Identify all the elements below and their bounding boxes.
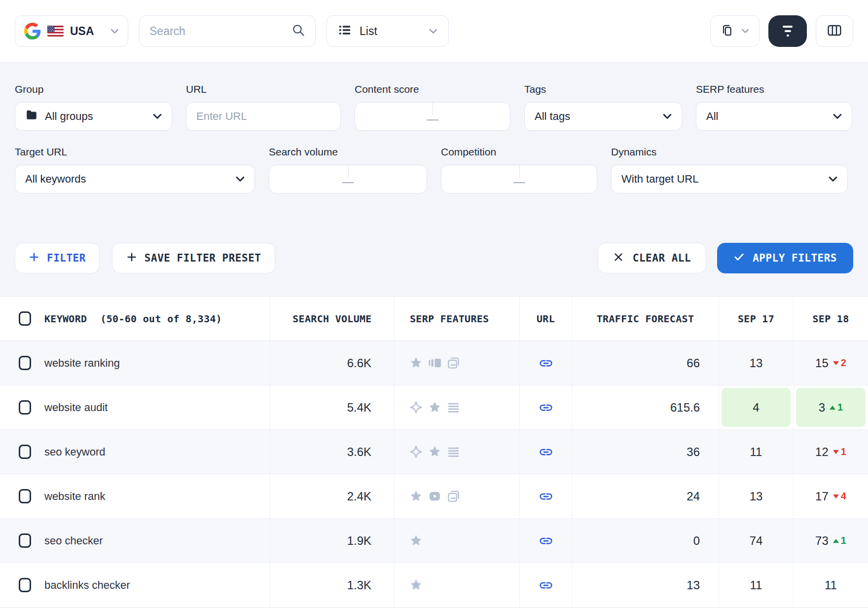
serp-features-cell [395,430,520,474]
link-icon[interactable] [539,489,553,504]
add-filter-button[interactable]: FILTER [15,243,100,273]
filter-tags: Tags All tags [524,83,682,131]
check-icon [733,251,745,265]
search-engine-country-selector[interactable]: USA [15,15,128,47]
target-url-select-value: All keywords [25,173,86,186]
keyword-text: backlinks checker [44,579,130,592]
row-checkbox[interactable] [19,400,31,415]
search-volume-cell: 3.6K [270,430,395,474]
change-value: 1 [841,535,846,546]
tags-label: Tags [524,83,682,96]
traffic-forecast-cell: 24 [572,474,719,518]
position-value: 11 [825,578,837,592]
header-date-sep17: SEP 17 [719,297,794,341]
url-cell [520,563,572,607]
view-selector-label: List [360,25,377,38]
filter-target-url: Target URL All keywords [15,146,255,193]
keyword-count-label: (50-60 out of 8,334) [100,313,222,325]
competition-range[interactable]: — [441,165,597,193]
keywords-table: KEYWORD (50-60 out of 8,334) SEARCH VOLU… [0,296,868,608]
link-icon[interactable] [539,533,553,548]
serp-features-cell [395,474,520,518]
serp-features-cell [395,385,520,429]
dynamics-select[interactable]: With target URL [611,165,848,193]
position-change: 4 [833,491,846,502]
position-sep17-cell: 11 [719,430,794,474]
url-cell [520,341,572,385]
header-traffic-forecast: TRAFFIC FORECAST [572,297,719,341]
chevron-down-icon [833,114,842,119]
select-all-checkbox[interactable] [19,311,31,326]
images-icon [447,356,460,370]
position-value: 13 [750,490,763,503]
manage-columns-button[interactable] [816,15,853,47]
clear-all-button[interactable]: CLEAR ALL [598,243,706,273]
serp-features-label: SERP features [696,83,852,96]
url-input-box[interactable] [186,102,341,131]
columns-icon [827,24,842,39]
row-checkbox[interactable] [19,578,31,592]
save-filter-preset-button[interactable]: SAVE FILTER PRESET [112,243,276,273]
search-volume-label: Search volume [269,146,427,158]
position-sep18-cell: 121 [794,430,868,474]
filter-content-score: Content score — [355,83,510,131]
table-header-row: KEYWORD (50-60 out of 8,334) SEARCH VOLU… [0,297,868,341]
target-url-label: Target URL [15,146,255,158]
carousel-icon [428,356,441,370]
close-icon [613,252,624,265]
link-icon[interactable] [539,400,553,415]
filter-search-volume: Search volume — [269,146,427,193]
position-sep17-cell: 11 [719,563,794,607]
change-value: 1 [837,402,843,413]
position-sep18-cell: 11 [794,563,868,607]
range-separator: — [513,175,525,189]
url-cell [520,385,572,429]
change-down-icon [833,450,839,454]
serp-features-select[interactable]: All [696,102,852,131]
images-icon [447,490,460,503]
view-selector[interactable]: List [326,15,449,47]
star-icon [428,401,441,414]
change-value: 2 [841,357,846,369]
star-icon [409,490,423,503]
position-sep18-cell: 31 [794,385,868,429]
row-checkbox[interactable] [19,533,31,548]
list-icon [447,401,460,414]
url-label: URL [186,83,341,96]
link-icon[interactable] [539,356,553,371]
url-cell [520,519,572,563]
keyword-text: website ranking [44,357,120,370]
filter-dynamics: Dynamics With target URL [611,146,848,193]
usa-flag-icon [47,26,64,37]
range-separator: — [427,112,438,126]
position-sep17-cell: 13 [719,341,794,385]
chevron-down-icon [153,114,162,119]
group-select[interactable]: All groups [15,102,172,131]
row-checkbox[interactable] [19,489,31,503]
filters-toggle-button[interactable] [768,15,807,47]
row-checkbox[interactable] [19,445,31,459]
link-icon[interactable] [539,445,553,459]
content-score-range[interactable]: — [355,102,510,131]
position-sep17-cell: 74 [719,519,794,563]
folder-icon [25,109,38,124]
table-body: website ranking 6.6K 66 13 152 website a… [0,341,868,608]
chevron-down-icon [110,29,119,34]
change-up-icon [833,539,839,543]
tags-select[interactable]: All tags [524,102,682,131]
url-input[interactable] [196,110,330,123]
search-input[interactable] [149,25,286,38]
header-keyword: KEYWORD (50-60 out of 8,334) [0,297,270,341]
target-url-select[interactable]: All keywords [15,165,255,193]
copy-button[interactable] [710,15,760,47]
keyword-cell: website rank [0,474,270,518]
apply-filters-button[interactable]: APPLY FILTERS [717,243,853,273]
change-down-icon [833,494,839,498]
row-checkbox[interactable] [19,356,31,370]
search-box[interactable] [139,15,316,47]
link-icon[interactable] [539,578,553,593]
search-volume-range[interactable]: — [269,165,427,193]
header-serp-features: SERP FEATURES [395,297,520,341]
star-icon [428,445,441,458]
filter-competition: Competition — [441,146,597,193]
